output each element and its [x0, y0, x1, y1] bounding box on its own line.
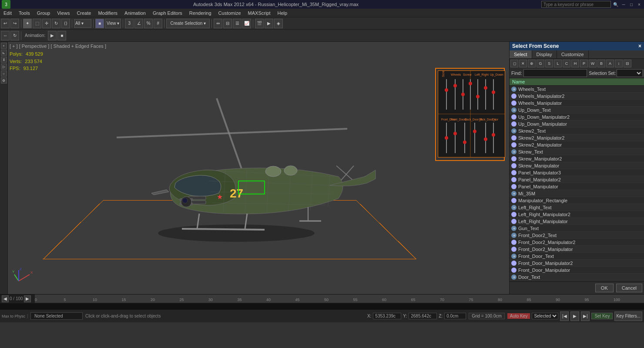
render-btn[interactable]: ▶	[265, 19, 273, 28]
all-dropdown[interactable]: All ▾	[74, 19, 91, 28]
list-item[interactable]: ○Skrew_Manipulator	[510, 162, 644, 169]
scene-panel-close[interactable]: ×	[638, 43, 641, 49]
menu-views[interactable]: Views	[55, 10, 71, 16]
menu-graph-editors[interactable]: Graph Editors	[151, 10, 184, 16]
menu-group[interactable]: Group	[35, 10, 52, 16]
select-filter[interactable]: ■	[95, 19, 104, 28]
select-none-btn[interactable]: ✕	[519, 60, 527, 67]
scale-button[interactable]: ⟨⟩	[61, 19, 70, 28]
next-key-btn[interactable]: ▶|	[581, 311, 590, 321]
menu-rendering[interactable]: Rendering	[188, 10, 213, 16]
minimize-button[interactable]: ─	[621, 1, 627, 7]
menu-help[interactable]: Help	[276, 10, 289, 16]
menu-animation[interactable]: Animation	[123, 10, 148, 16]
create-sel-btn[interactable]: Create Selection ▾	[166, 19, 210, 28]
material-btn[interactable]: ◈	[274, 19, 283, 28]
scene-columns-btn[interactable]: ⊟	[624, 60, 631, 67]
align-btn[interactable]: ⊟	[223, 19, 232, 28]
scene-list[interactable]: ◈Wheels_Text○Wheels_Manipulator2○Wheels_…	[510, 86, 644, 281]
list-item[interactable]: ◈Left_Right_Text	[510, 204, 644, 211]
scene-filter3[interactable]: L	[554, 60, 562, 67]
scene-filter7[interactable]: W	[589, 60, 597, 67]
tab-customize[interactable]: Customize	[557, 50, 589, 58]
move-tool-btn[interactable]: ↔	[1, 31, 10, 40]
list-item[interactable]: ◈Wheels_Text	[510, 86, 644, 93]
list-item[interactable]: ○Manipulator_Rectangle	[510, 197, 644, 204]
angle-snap[interactable]: ∠	[134, 19, 143, 28]
close-button[interactable]: ×	[636, 1, 642, 7]
set-key-button[interactable]: Set Key	[591, 313, 613, 319]
prev-key-btn[interactable]: |◀	[560, 311, 569, 321]
rotate-button[interactable]: ↻	[52, 19, 60, 28]
motion-tab[interactable]: ▷	[1, 64, 7, 70]
selection-set-dropdown[interactable]	[617, 69, 643, 77]
select-invert-btn[interactable]: ⊕	[528, 60, 536, 67]
spinner-snap[interactable]: #	[154, 19, 162, 28]
display-tab[interactable]: ○	[1, 70, 7, 77]
scene-filter8[interactable]: B	[597, 60, 605, 67]
menu-modifiers[interactable]: Modifiers	[96, 10, 119, 16]
list-item[interactable]: ○Wheels_Manipulator2	[510, 93, 644, 100]
move-button[interactable]: ✛	[42, 19, 51, 28]
play-btn[interactable]: ▶	[48, 31, 57, 40]
list-item[interactable]: ◈Door_Text	[510, 274, 644, 281]
list-item[interactable]: ○Panel_Manipulator3	[510, 169, 644, 176]
list-item[interactable]: ○Left_Right_Manipulator2	[510, 211, 644, 218]
undo-button[interactable]: ↩	[1, 19, 10, 28]
list-item[interactable]: ◈Front_Door2_Text	[510, 232, 644, 239]
scene-filter4[interactable]: C	[563, 60, 570, 67]
list-item[interactable]: ◈Skrew2_Text	[510, 127, 644, 134]
menu-customize[interactable]: Customize	[217, 10, 243, 16]
tab-display[interactable]: Display	[532, 50, 557, 58]
list-item[interactable]: ○Skrew2_Manipulator	[510, 141, 644, 148]
list-item[interactable]: ○Panel_Manipulator2	[510, 176, 644, 183]
scene-filter6[interactable]: P	[580, 60, 588, 67]
key-filters-button[interactable]: Key Filters...	[614, 311, 642, 321]
mirror-btn[interactable]: ⇔	[214, 19, 222, 28]
stop-btn[interactable]: ■	[57, 31, 66, 40]
list-item[interactable]: ◈Mi_35M	[510, 190, 644, 197]
select-region-button[interactable]: ⬚	[33, 19, 41, 28]
selected-dropdown[interactable]: Selected	[532, 313, 558, 319]
list-item[interactable]: ○Front_Door2_Manipulator	[510, 246, 644, 253]
restore-button[interactable]: □	[628, 1, 634, 7]
prev-frame-btn[interactable]: ◀	[2, 295, 9, 302]
play-anim-btn[interactable]: ▶	[570, 311, 579, 321]
redo-button[interactable]: ↪	[10, 19, 19, 28]
find-input[interactable]	[523, 69, 587, 77]
list-item[interactable]: ○Skrew2_Manipulator2	[510, 134, 644, 141]
select-button[interactable]: ✦	[23, 19, 32, 28]
layer-btn[interactable]: ☰	[233, 19, 242, 28]
scene-filter9[interactable]: A	[606, 60, 614, 67]
list-item[interactable]: ◈Up_Down_Text	[510, 107, 644, 114]
list-item[interactable]: ○Wheels_Manipulator	[510, 100, 644, 107]
menu-edit[interactable]: Edit	[2, 10, 13, 16]
modify-tab[interactable]: ⊾	[1, 50, 7, 56]
scene-filter2[interactable]: S	[545, 60, 553, 67]
hierarchy-tab[interactable]: ⊻	[1, 57, 7, 63]
rotate-tool-btn[interactable]: ↻	[10, 31, 19, 40]
list-item[interactable]: ○Front_Door_Manipulator2	[510, 260, 644, 267]
list-item[interactable]: ○Up_Down_Manipulator	[510, 120, 644, 127]
list-item[interactable]: ○Front_Door_Manipulator	[510, 267, 644, 274]
view-dropdown[interactable]: View ▾	[105, 19, 121, 28]
tab-select[interactable]: Select	[510, 50, 532, 58]
menu-maxscript[interactable]: MAXScript	[246, 10, 272, 16]
render-setup[interactable]: 🎬	[255, 19, 264, 28]
cancel-button[interactable]: Cancel	[616, 284, 642, 292]
menu-create[interactable]: Create	[75, 10, 93, 16]
timeline-track[interactable]: 0510152025303540455055606570758085909510…	[35, 294, 644, 303]
curve-btn[interactable]: 📈	[242, 19, 251, 28]
menu-tools[interactable]: Tools	[17, 10, 32, 16]
search-icon[interactable]: 🔍	[613, 1, 619, 7]
list-item[interactable]: ○Left_Right_Manipulator	[510, 218, 644, 225]
scene-filter1[interactable]: G	[537, 60, 544, 67]
utilities-tab[interactable]: ⚙	[1, 77, 7, 84]
list-item[interactable]: ○Skrew_Manipulator2	[510, 155, 644, 162]
ok-button[interactable]: OK	[595, 284, 614, 292]
auto-key-button[interactable]: Auto Key	[507, 313, 530, 319]
keyword-search[interactable]	[541, 1, 611, 8]
list-item[interactable]: ○Front_Door2_Manipulator2	[510, 239, 644, 246]
scene-sort-btn[interactable]: ↕	[615, 60, 623, 67]
title-right-icons[interactable]: 🔍 ─ □ ×	[541, 1, 642, 8]
